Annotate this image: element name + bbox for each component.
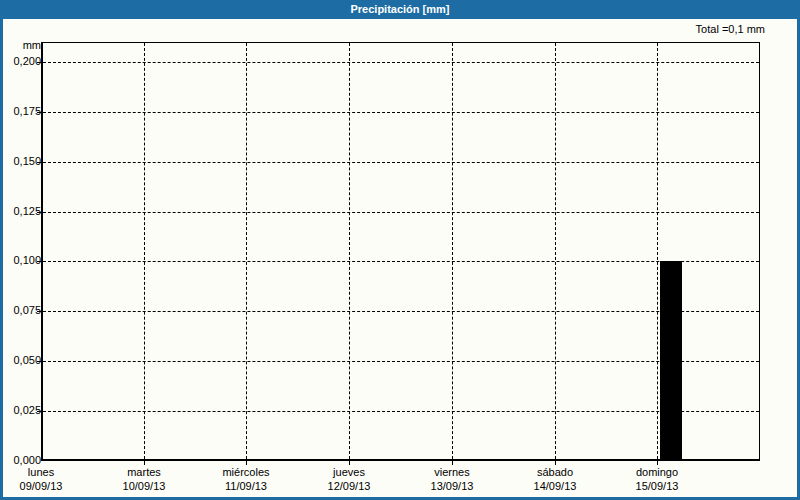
day-date: 12/09/13	[294, 479, 404, 493]
day-date: 15/09/13	[602, 479, 712, 493]
y-tick-label: 0,075	[0, 303, 41, 318]
day-date: 09/09/13	[0, 479, 96, 493]
v-gridline	[555, 43, 556, 459]
x-axis-day-label: sábado 14/09/13	[500, 465, 610, 493]
day-name: lunes	[0, 465, 96, 479]
v-gridline	[657, 43, 658, 459]
x-axis-day-label: lunes 09/09/13	[0, 465, 96, 493]
day-name: miércoles	[191, 465, 301, 479]
h-gridline	[43, 261, 759, 262]
h-gridline	[43, 411, 759, 412]
v-gridline	[246, 43, 247, 459]
day-date: 11/09/13	[191, 479, 301, 493]
h-gridline	[43, 112, 759, 113]
day-date: 10/09/13	[89, 479, 199, 493]
y-tick-label: 0,125	[0, 204, 41, 219]
plot-area	[41, 42, 760, 461]
day-name: domingo	[602, 465, 712, 479]
day-name: sábado	[500, 465, 610, 479]
x-axis-day-label: miércoles 11/09/13	[191, 465, 301, 493]
v-gridline	[349, 43, 350, 459]
day-name: martes	[89, 465, 199, 479]
x-axis-day-label: martes 10/09/13	[89, 465, 199, 493]
day-date: 13/09/13	[397, 479, 507, 493]
day-name: viernes	[397, 465, 507, 479]
v-gridline	[452, 43, 453, 459]
h-gridline	[43, 311, 759, 312]
y-tick-label: 0,175	[0, 104, 41, 119]
day-name: jueves	[294, 465, 404, 479]
chart-title: Precipitación [mm]	[350, 3, 449, 15]
y-tick-label: 0,100	[0, 253, 41, 268]
day-date: 14/09/13	[500, 479, 610, 493]
y-tick-label: 0,200	[0, 54, 41, 69]
x-axis-day-label: jueves 12/09/13	[294, 465, 404, 493]
y-tick-label: 0,150	[0, 154, 41, 169]
y-tick-label: 0,050	[0, 353, 41, 368]
chart-title-bar: Precipitación [mm]	[3, 0, 797, 19]
h-gridline	[43, 162, 759, 163]
precipitation-bar	[660, 261, 682, 459]
h-gridline	[43, 212, 759, 213]
h-gridline	[43, 361, 759, 362]
y-axis-unit-label: mm	[0, 39, 41, 51]
h-gridline	[43, 62, 759, 63]
x-axis-day-label: viernes 13/09/13	[397, 465, 507, 493]
v-gridline	[144, 43, 145, 459]
total-label: Total =0,1 mm	[696, 23, 765, 35]
y-tick-label: 0,025	[0, 403, 41, 418]
x-axis-day-label: domingo 15/09/13	[602, 465, 712, 493]
chart-frame: Precipitación [mm] Total =0,1 mm mm 0,20…	[0, 0, 800, 500]
